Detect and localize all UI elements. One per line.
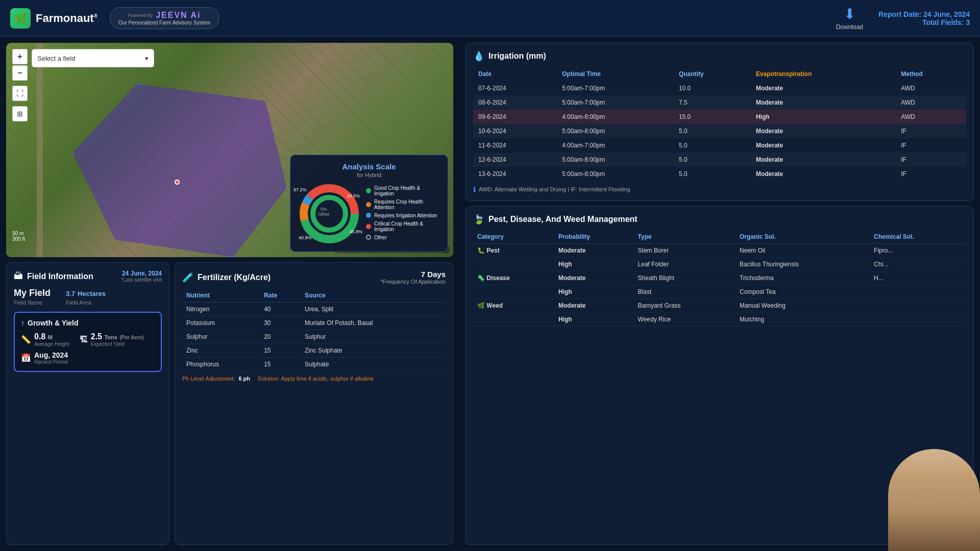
zoom-in-button[interactable]: + <box>12 49 28 64</box>
map-controls: + − ⛶ ⊞ <box>12 49 28 121</box>
download-icon: ⬇ <box>844 6 855 22</box>
irrigation-panel: 💧 Irrigation (mm) Date Optimal Time Quan… <box>465 43 974 201</box>
map-container: + − ⛶ ⊞ Select a field ▾ 50 m 300 ft Lea… <box>6 43 453 257</box>
field-info-date-label: *Last satellite visit <box>121 277 162 283</box>
growth-header: ↑ Growth & Yield <box>21 319 155 327</box>
col-nutrient: Nutrient <box>182 289 260 303</box>
growth-stats: 📏 0.8 M Average Height 🏗 <box>21 332 155 347</box>
irrigation-row: 11-6-20244:00am-7:00pm5.0ModerateIF <box>473 138 966 153</box>
chart-label-105: 10.5% <box>347 193 360 198</box>
header-right: ⬇ Download Report Date: 24 June, 2024 To… <box>836 6 970 31</box>
jeevn-title: JEEVN Ai <box>156 11 201 20</box>
logo: 🌿 Farmonaut® <box>10 8 97 29</box>
fertilizer-panel: 🧪 Fertilizer (Kg/Acre) 7 Days *Frequency… <box>175 262 453 545</box>
fertilizer-note: Ph Level Adjustment: 6 ph Solution: Appl… <box>182 375 446 382</box>
irrigation-row: 09-6-20244:00am-8:00pm15.0HighAWD <box>473 110 966 124</box>
col-type: Type <box>634 230 736 244</box>
field-name-value: My Field <box>14 288 51 298</box>
pest-row: HighBlastCompost Tea <box>473 285 966 299</box>
legend-dot-irrigation <box>366 213 371 218</box>
irrigation-row: 12-6-20245:00am-8:00pm5.0ModerateIF <box>473 153 966 167</box>
yield-label: Expected Yield <box>91 341 144 347</box>
irrigation-header: 💧 Irrigation (mm) <box>473 51 966 62</box>
field-name-label: Field Name <box>14 299 51 306</box>
field-area-value: 3.7 Hectares <box>66 288 106 298</box>
col-date: Date <box>473 67 557 81</box>
logo-icon: 🌿 <box>10 8 31 29</box>
field-area-stat: 3.7 Hectares Field Area <box>66 288 106 306</box>
total-fields-value: 3 <box>966 18 970 27</box>
analysis-scale-title: Analysis Scale <box>299 162 439 171</box>
logo-text: Farmonaut® <box>36 12 97 25</box>
chart-label-other: 5% Other <box>318 207 330 217</box>
pest-table: Category Probability Type Organic Sol. C… <box>473 230 966 327</box>
field-info-date: 24 June, 2024 <box>121 270 162 277</box>
field-select-dropdown[interactable]: Select a field ▾ <box>32 49 154 67</box>
irrigation-table: Date Optimal Time Quantity Evapotranspir… <box>473 67 966 181</box>
fertilizer-row: Sulphur20Sulphur <box>182 330 446 344</box>
bottom-left-panels: 🏔 Field Information 24 June, 2024 *Last … <box>6 262 453 545</box>
col-source: Source <box>301 289 446 303</box>
pest-row: 🐛 PestModerateStem BorerNeem OilFipro... <box>473 244 966 258</box>
col-evap: Evapotranspiration <box>751 67 896 81</box>
field-info-panel: 🏔 Field Information 24 June, 2024 *Last … <box>6 262 169 545</box>
irrigation-row: 13-6-20245:00am-8:00pm5.0ModerateIF <box>473 167 966 181</box>
pest-row: HighWeedy RiceMulching <box>473 313 966 327</box>
header: 🌿 Farmonaut® Powered By JEEVN Ai Our Per… <box>0 0 980 37</box>
report-date-value: 24 June, 2024 <box>923 10 970 18</box>
zoom-out-button[interactable]: − <box>12 65 28 81</box>
jeevn-subtitle: Our Personalized Farm Advisory System <box>118 20 210 26</box>
powered-by-label: Powered By <box>128 13 153 18</box>
fertilizer-freq-info: 7 Days *Frequency Of Application <box>381 270 446 285</box>
solution-link[interactable]: Apply lime if acidic, sulphur if alkalin… <box>281 375 374 382</box>
field-icon: 🏔 <box>14 271 23 282</box>
yield-stat: 🏗 2.5 Tons (Per Acre) Expected Yield <box>80 332 144 347</box>
pest-row: 🌿 WeedModerateBarnyard GrassManual Weedi… <box>473 299 966 313</box>
harvest-row: 📅 Aug, 2024 Harvest Period <box>21 351 155 365</box>
fertilizer-icon: 🧪 <box>182 272 193 283</box>
fertilizer-header: 🧪 Fertilizer (Kg/Acre) <box>182 272 271 283</box>
analysis-scale-popup: Analysis Scale for Hybrid <box>290 155 448 252</box>
chart-label-408: 40.8% <box>299 235 312 240</box>
chart-label-97: 97.2% <box>293 187 307 192</box>
jeevn-badge: Powered By JEEVN Ai Our Personalized Far… <box>110 7 219 29</box>
col-probability: Probability <box>554 230 634 244</box>
irrigation-title: Irrigation (mm) <box>488 52 546 61</box>
irrigation-row: 08-6-20245:00am-7:00pm7.5ModerateAWD <box>473 95 966 110</box>
growth-icon: ↑ <box>21 319 24 327</box>
pest-row: HighLeaf FolderBacillus ThuringiensisChi… <box>473 258 966 271</box>
fertilizer-table: Nutrient Rate Source Nitrogen40Urea, Spl… <box>182 289 446 371</box>
col-organic-sol: Organic Sol. <box>736 230 870 244</box>
fertilizer-days: 7 Days <box>381 270 446 279</box>
fullscreen-button[interactable]: ⛶ <box>12 86 28 101</box>
col-method: Method <box>896 67 966 81</box>
download-button[interactable]: ⬇ Download <box>836 6 863 31</box>
pest-panel: 🍃 Pest, Disease, And Weed Management Cat… <box>465 206 974 545</box>
report-info: Report Date: 24 June, 2024 Total Fields:… <box>878 10 970 27</box>
irrigation-note: ℹ AWD: Alternate Wetting and Drying | IF… <box>473 185 966 193</box>
legend-dot-critical <box>366 224 371 229</box>
field-select-label: Select a field <box>37 55 75 62</box>
layer-button[interactable]: ⊞ <box>12 106 28 121</box>
fertilizer-title: Fertilizer (Kg/Acre) <box>198 273 271 282</box>
pest-row: 🦠 DiseaseModerateSheath BlightTrichoderm… <box>473 271 966 285</box>
field-area-label: Field Area <box>66 299 106 306</box>
col-chemical-sol: Chemical Sol. <box>870 230 966 244</box>
harvest-period-label: Harvest Period <box>34 359 68 365</box>
irrigation-icon: 💧 <box>473 51 484 62</box>
fertilizer-row: Nitrogen40Urea, Split <box>182 303 446 316</box>
field-info-header: 🏔 Field Information 24 June, 2024 *Last … <box>14 270 162 283</box>
header-left: 🌿 Farmonaut® Powered By JEEVN Ai Our Per… <box>10 7 219 29</box>
height-icon: 📏 <box>21 335 31 344</box>
col-quantity: Quantity <box>674 67 751 81</box>
fertilizer-freq-label: *Frequency Of Application <box>381 279 446 285</box>
analysis-legend: Good Crop Health & Irrigation Requires C… <box>366 185 439 243</box>
growth-yield-box: ↑ Growth & Yield 📏 0.8 M Average Heig <box>14 312 162 372</box>
chevron-down-icon: ▾ <box>145 55 149 62</box>
col-optimal-time: Optimal Time <box>557 67 674 81</box>
field-info-title: Field Information <box>27 272 93 281</box>
col-category: Category <box>473 230 554 244</box>
legend-dot-other <box>366 235 371 240</box>
pest-title: Pest, Disease, And Weed Management <box>488 215 638 224</box>
analysis-scale-subtitle: for Hybrid <box>299 172 439 178</box>
